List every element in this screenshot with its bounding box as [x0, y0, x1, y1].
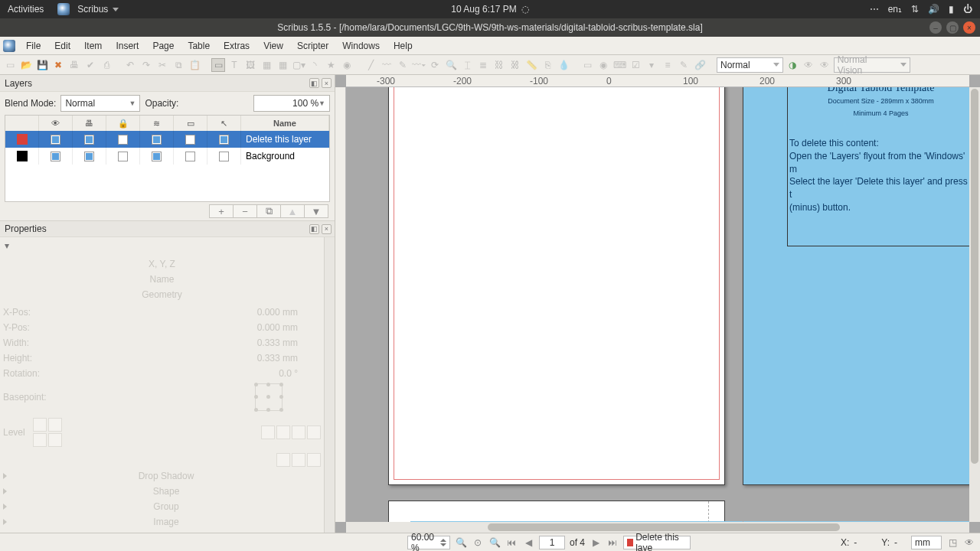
- add-layer-button[interactable]: +: [209, 204, 234, 218]
- story-editor-icon[interactable]: ≣: [476, 58, 490, 72]
- copy-icon[interactable]: ⧉: [172, 58, 185, 72]
- close-panel-icon[interactable]: ×: [322, 224, 332, 234]
- edit-content-icon[interactable]: ⌶: [460, 58, 474, 72]
- current-layer-select[interactable]: Delete this laye: [623, 536, 691, 549]
- blend-mode-select[interactable]: Normal▼: [60, 95, 140, 112]
- page-1[interactable]: [388, 87, 725, 485]
- pdf-check-icon[interactable]: ☑: [629, 58, 642, 72]
- flip-h-button[interactable]: [261, 425, 275, 439]
- xpos-value[interactable]: 0.000 mm: [257, 307, 321, 318]
- menu-file[interactable]: File: [20, 38, 47, 54]
- cursor-pos-icon[interactable]: ◳: [946, 536, 959, 549]
- horizontal-ruler[interactable]: -300-200-100 0100200300: [346, 75, 969, 87]
- properties-panel-header[interactable]: Properties ◧×: [0, 220, 335, 237]
- render-frame-icon[interactable]: ▦: [260, 58, 273, 72]
- menu-table[interactable]: Table: [181, 38, 216, 54]
- layer-lock-checkbox[interactable]: [118, 152, 128, 161]
- new-icon[interactable]: ▭: [3, 58, 17, 72]
- copy-props-icon[interactable]: ⎘: [541, 58, 554, 72]
- redo-icon[interactable]: ↷: [139, 58, 153, 72]
- text-frame-template-info[interactable]: Digital Tabloid Template Document Size -…: [787, 87, 969, 246]
- page-number-input[interactable]: 1: [539, 536, 565, 549]
- layer-name[interactable]: Delete this layer: [241, 134, 329, 145]
- print-icon[interactable]: 🖶: [67, 58, 81, 72]
- pdf-list-icon[interactable]: ≡: [661, 58, 675, 72]
- layer-print-checkbox[interactable]: [84, 152, 94, 161]
- bezier-icon[interactable]: 〰: [380, 58, 394, 72]
- pdf-icon[interactable]: ⎙: [100, 58, 113, 72]
- unit-select[interactable]: mm: [911, 536, 942, 549]
- menu-edit[interactable]: Edit: [48, 38, 77, 54]
- lock-button[interactable]: [292, 425, 305, 439]
- close-panel-icon[interactable]: ×: [322, 78, 332, 88]
- layer-outline-checkbox[interactable]: [185, 152, 195, 161]
- minimize-button[interactable]: –: [929, 21, 942, 34]
- layer-select-checkbox[interactable]: [219, 135, 229, 145]
- power-icon[interactable]: ⏻: [963, 4, 972, 15]
- toggle-cm-icon[interactable]: ◑: [786, 58, 799, 72]
- cut-icon[interactable]: ✂: [155, 58, 169, 72]
- menu-scripter[interactable]: Scripter: [291, 38, 335, 54]
- first-page-icon[interactable]: ⏮: [505, 536, 518, 549]
- close-button[interactable]: ×: [963, 21, 975, 34]
- line-icon[interactable]: ╱: [364, 58, 377, 72]
- opacity-spinner[interactable]: 100 %▼: [253, 95, 330, 112]
- layer-row-background[interactable]: Background: [5, 148, 329, 165]
- menu-view[interactable]: View: [257, 38, 289, 54]
- save-icon[interactable]: 💾: [35, 58, 49, 72]
- layer-visible-checkbox[interactable]: [51, 135, 60, 145]
- menu-insert[interactable]: Insert: [109, 38, 145, 54]
- spiral-icon[interactable]: ◉: [340, 58, 354, 72]
- preflight-icon[interactable]: ✔: [83, 58, 97, 72]
- preview-icon[interactable]: 👁: [802, 58, 815, 72]
- menu-page[interactable]: Page: [146, 38, 180, 54]
- vision-mode-select[interactable]: Normal Vision: [834, 57, 910, 73]
- layer-select-checkbox[interactable]: [219, 152, 229, 161]
- float-panel-icon[interactable]: ◧: [309, 78, 319, 88]
- polygon-icon[interactable]: ★: [324, 58, 338, 72]
- page-3[interactable]: [388, 500, 725, 522]
- pdf-combo-icon[interactable]: ▾: [645, 58, 658, 72]
- remove-layer-button[interactable]: −: [233, 204, 257, 218]
- menu-help[interactable]: Help: [387, 38, 419, 54]
- calligraphy-icon[interactable]: 〰▾: [412, 58, 426, 72]
- zoom-icon[interactable]: 🔍: [444, 58, 458, 72]
- height-value[interactable]: 0.333 mm: [257, 353, 321, 364]
- ypos-value[interactable]: 0.000 mm: [257, 322, 321, 333]
- layer-flow-checkbox[interactable]: [152, 152, 162, 161]
- layers-panel-header[interactable]: Layers ◧×: [0, 75, 335, 92]
- clock[interactable]: 10 Aug 6:17 PM ◌: [451, 4, 528, 15]
- layer-lock-checkbox[interactable]: [118, 135, 128, 145]
- rotation-value[interactable]: 0.0 °: [279, 368, 321, 379]
- disclosure-open-icon[interactable]: ▾: [5, 240, 9, 251]
- close-doc-icon[interactable]: ✖: [51, 58, 65, 72]
- preview-mode-select[interactable]: Normal: [717, 57, 783, 73]
- raise-layer-button[interactable]: ▲: [280, 204, 305, 218]
- text-frame-icon[interactable]: T: [227, 58, 241, 72]
- pdf-text-icon[interactable]: ⌨: [612, 58, 626, 72]
- last-page-icon[interactable]: ⏭: [606, 536, 619, 549]
- menu-windows[interactable]: Windows: [336, 38, 386, 54]
- lower-layer-button[interactable]: ▼: [304, 204, 328, 218]
- layer-print-checkbox[interactable]: [84, 135, 94, 145]
- section-image[interactable]: Image: [0, 514, 324, 530]
- layer-row-delete-this-layer[interactable]: Delete this layer: [5, 131, 329, 148]
- pdf-link-icon[interactable]: 🔗: [693, 58, 707, 72]
- paste-icon[interactable]: 📋: [188, 58, 201, 72]
- freehand-icon[interactable]: ✎: [396, 58, 410, 72]
- float-panel-icon[interactable]: ◧: [309, 224, 319, 234]
- section-drop-shadow[interactable]: Drop Shadow: [0, 468, 324, 484]
- menu-extras[interactable]: Extras: [217, 38, 256, 54]
- menu-item[interactable]: Item: [78, 38, 108, 54]
- layer-outline-checkbox[interactable]: [185, 135, 195, 145]
- layer-name[interactable]: Background: [241, 151, 329, 161]
- zoom-out-icon[interactable]: 🔍: [455, 536, 467, 549]
- zoom-in-icon[interactable]: 🔍: [488, 536, 501, 549]
- duplicate-layer-button[interactable]: ⧉: [256, 204, 281, 218]
- battery-icon[interactable]: ▮: [949, 4, 954, 15]
- zoom-default-icon[interactable]: ⊙: [472, 536, 484, 549]
- image-frame-icon[interactable]: 🖼: [243, 58, 257, 72]
- network-icon[interactable]: ⇅: [911, 4, 919, 15]
- pdf-button-icon[interactable]: ▭: [580, 58, 594, 72]
- level-arrows[interactable]: [33, 418, 62, 447]
